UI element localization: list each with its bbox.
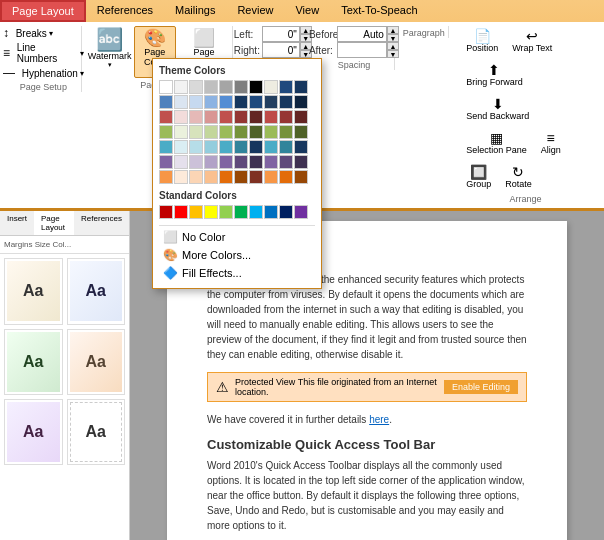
theme-color-cell[interactable] bbox=[264, 125, 278, 139]
more-colors-item[interactable]: 🎨 More Colors... bbox=[159, 246, 315, 264]
theme-color-cell[interactable] bbox=[279, 170, 293, 184]
tab-review[interactable]: Review bbox=[226, 0, 284, 22]
theme-color-cell[interactable] bbox=[294, 125, 308, 139]
thumb-item-4[interactable]: Aa bbox=[67, 329, 126, 395]
theme-color-cell[interactable] bbox=[264, 170, 278, 184]
spacing-before-input[interactable] bbox=[337, 26, 387, 42]
theme-color-cell[interactable] bbox=[294, 170, 308, 184]
thumb-item-3[interactable]: Aa bbox=[4, 329, 63, 395]
theme-color-cell[interactable] bbox=[159, 80, 173, 94]
theme-color-cell[interactable] bbox=[249, 155, 263, 169]
theme-color-cell[interactable] bbox=[234, 80, 248, 94]
theme-color-cell[interactable] bbox=[279, 125, 293, 139]
theme-color-cell[interactable] bbox=[189, 125, 203, 139]
theme-color-cell[interactable] bbox=[264, 80, 278, 94]
indent-left-input[interactable] bbox=[262, 26, 300, 42]
standard-color-cell[interactable] bbox=[264, 205, 278, 219]
theme-color-cell[interactable] bbox=[174, 140, 188, 154]
spacing-before-up[interactable]: ▲ bbox=[387, 26, 399, 34]
theme-color-cell[interactable] bbox=[204, 155, 218, 169]
standard-color-cell[interactable] bbox=[219, 205, 233, 219]
standard-color-cell[interactable] bbox=[189, 205, 203, 219]
standard-color-cell[interactable] bbox=[249, 205, 263, 219]
theme-color-cell[interactable] bbox=[219, 155, 233, 169]
indent-right-input[interactable] bbox=[262, 42, 300, 58]
selection-pane-btn[interactable]: ▦ Selection Pane bbox=[461, 128, 532, 158]
theme-color-cell[interactable] bbox=[219, 110, 233, 124]
position-btn[interactable]: 📄 Position bbox=[461, 26, 503, 56]
theme-color-cell[interactable] bbox=[294, 155, 308, 169]
theme-color-cell[interactable] bbox=[249, 110, 263, 124]
thumb-item-6[interactable]: Aa bbox=[67, 399, 126, 465]
standard-color-cell[interactable] bbox=[294, 205, 308, 219]
theme-color-cell[interactable] bbox=[264, 140, 278, 154]
bring-forward-btn[interactable]: ⬆ Bring Forward bbox=[461, 60, 528, 90]
theme-color-cell[interactable] bbox=[264, 95, 278, 109]
theme-color-cell[interactable] bbox=[189, 95, 203, 109]
theme-color-cell[interactable] bbox=[174, 110, 188, 124]
tab-references[interactable]: References bbox=[86, 0, 164, 22]
standard-color-cell[interactable] bbox=[234, 205, 248, 219]
theme-color-cell[interactable] bbox=[249, 95, 263, 109]
theme-color-cell[interactable] bbox=[279, 110, 293, 124]
spacing-after-input[interactable] bbox=[337, 42, 387, 58]
theme-color-cell[interactable] bbox=[204, 95, 218, 109]
thumb-item-2[interactable]: Aa bbox=[67, 258, 126, 325]
hyphenation-btn[interactable]: — Hyphenation ▾ bbox=[3, 66, 84, 80]
theme-color-cell[interactable] bbox=[279, 140, 293, 154]
theme-color-cell[interactable] bbox=[279, 155, 293, 169]
panel-tab-insert[interactable]: Insert bbox=[0, 211, 34, 235]
theme-color-cell[interactable] bbox=[249, 140, 263, 154]
theme-color-cell[interactable] bbox=[159, 95, 173, 109]
theme-color-cell[interactable] bbox=[174, 80, 188, 94]
theme-color-cell[interactable] bbox=[294, 110, 308, 124]
theme-color-cell[interactable] bbox=[159, 140, 173, 154]
theme-color-cell[interactable] bbox=[204, 170, 218, 184]
fill-effects-item[interactable]: 🔷 Fill Effects... bbox=[159, 264, 315, 282]
group-btn[interactable]: 🔲 Group bbox=[461, 162, 496, 192]
panel-tab-references[interactable]: References bbox=[74, 211, 129, 235]
no-color-item[interactable]: ⬜ No Color bbox=[159, 228, 315, 246]
spacing-after-up[interactable]: ▲ bbox=[387, 42, 399, 50]
theme-color-cell[interactable] bbox=[219, 170, 233, 184]
theme-color-cell[interactable] bbox=[204, 140, 218, 154]
standard-color-cell[interactable] bbox=[204, 205, 218, 219]
theme-color-cell[interactable] bbox=[249, 80, 263, 94]
theme-color-cell[interactable] bbox=[159, 155, 173, 169]
theme-color-cell[interactable] bbox=[159, 170, 173, 184]
standard-color-cell[interactable] bbox=[279, 205, 293, 219]
theme-color-cell[interactable] bbox=[234, 125, 248, 139]
theme-color-cell[interactable] bbox=[219, 80, 233, 94]
enable-editing-button[interactable]: Enable Editing bbox=[444, 380, 518, 394]
theme-color-cell[interactable] bbox=[234, 140, 248, 154]
theme-color-cell[interactable] bbox=[219, 125, 233, 139]
tab-view[interactable]: View bbox=[284, 0, 330, 22]
theme-color-cell[interactable] bbox=[234, 110, 248, 124]
theme-color-cell[interactable] bbox=[249, 170, 263, 184]
theme-color-cell[interactable] bbox=[204, 80, 218, 94]
theme-color-cell[interactable] bbox=[189, 80, 203, 94]
theme-color-cell[interactable] bbox=[204, 110, 218, 124]
tab-text-to-speech[interactable]: Text-To-Speach bbox=[330, 0, 428, 22]
further-details-link[interactable]: here bbox=[369, 414, 389, 425]
theme-color-cell[interactable] bbox=[294, 140, 308, 154]
theme-color-cell[interactable] bbox=[234, 95, 248, 109]
theme-color-cell[interactable] bbox=[204, 125, 218, 139]
theme-color-cell[interactable] bbox=[174, 170, 188, 184]
theme-color-cell[interactable] bbox=[174, 95, 188, 109]
spacing-before-down[interactable]: ▼ bbox=[387, 34, 399, 42]
theme-color-cell[interactable] bbox=[189, 110, 203, 124]
theme-color-cell[interactable] bbox=[279, 95, 293, 109]
standard-color-cell[interactable] bbox=[174, 205, 188, 219]
spacing-after-down[interactable]: ▼ bbox=[387, 50, 399, 58]
theme-color-cell[interactable] bbox=[279, 80, 293, 94]
breaks-btn[interactable]: ↕ Breaks ▾ bbox=[3, 26, 84, 40]
theme-color-cell[interactable] bbox=[159, 125, 173, 139]
send-backward-btn[interactable]: ⬇ Send Backward bbox=[461, 94, 534, 124]
theme-color-cell[interactable] bbox=[189, 155, 203, 169]
watermark-btn[interactable]: 🔤 Watermark ▾ bbox=[89, 26, 130, 72]
theme-color-cell[interactable] bbox=[234, 155, 248, 169]
line-numbers-btn[interactable]: ≡ Line Numbers ▾ bbox=[3, 42, 84, 64]
theme-color-cell[interactable] bbox=[174, 125, 188, 139]
theme-color-cell[interactable] bbox=[159, 110, 173, 124]
